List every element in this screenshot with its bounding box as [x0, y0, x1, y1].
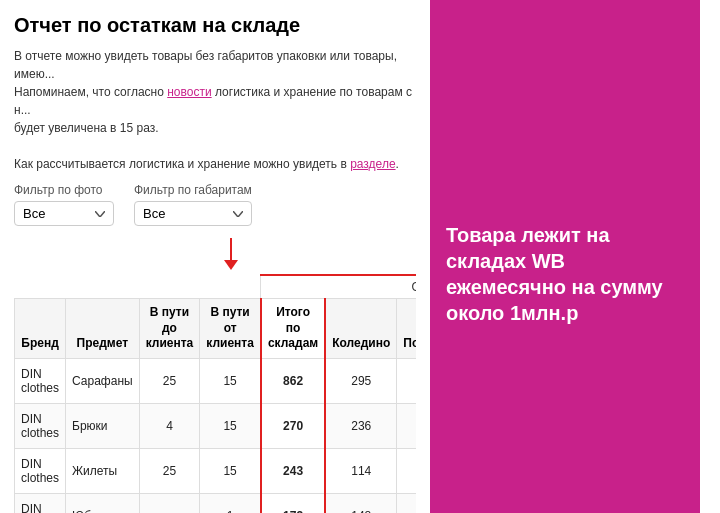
col-item: Предмет	[66, 299, 140, 359]
table-cell: 25	[139, 448, 200, 493]
table-cell: Юбки	[66, 493, 140, 513]
inventory-table: Остатки, доступные для заказа Бренд Пред…	[14, 274, 416, 513]
col-to-client: В пути до клиента	[139, 299, 200, 359]
filters-row: Фильтр по фото Все Фильтр по габаритам В…	[14, 183, 416, 226]
table-cell: 114	[325, 448, 397, 493]
page-title: Отчет по остаткам на складе	[14, 14, 416, 37]
table-cell: DIN clothes	[15, 403, 66, 448]
table-cell: 295	[325, 358, 397, 403]
table-cell: DIN clothes	[15, 358, 66, 403]
highlight-arrow	[14, 238, 416, 274]
table-cell	[139, 493, 200, 513]
table-cell: 270	[261, 403, 325, 448]
news-link[interactable]: новости	[167, 85, 211, 99]
column-headers: Бренд Предмет В пути до клиента В пути о…	[15, 299, 417, 359]
col-podolsk: Подольск	[397, 299, 416, 359]
table-cell: 173	[261, 493, 325, 513]
photo-filter-group: Фильтр по фото Все	[14, 183, 114, 226]
section-link[interactable]: разделе	[350, 157, 395, 171]
description-text: В отчете можно увидеть товары без габари…	[14, 47, 416, 173]
empty-group-cell	[15, 275, 261, 299]
table-cell: 1	[200, 493, 261, 513]
table-cell: DIN clothes	[15, 493, 66, 513]
table-cell: 243	[261, 448, 325, 493]
col-koledino: Коледино	[325, 299, 397, 359]
table-cell: 148	[325, 493, 397, 513]
table-cell: Брюки	[66, 403, 140, 448]
col-brand: Бренд	[15, 299, 66, 359]
table-cell	[397, 448, 416, 493]
table-row: DIN clothesЮбки1173148111	[15, 493, 417, 513]
size-filter-group: Фильтр по габаритам Все	[134, 183, 252, 226]
promo-text: Товара лежит на складах WB ежемесячно на…	[446, 222, 684, 326]
table-cell: 4	[139, 403, 200, 448]
group-label: Остатки, доступные для заказа	[261, 275, 416, 299]
table-cell: 862	[261, 358, 325, 403]
table-cell: 1	[397, 403, 416, 448]
inventory-table-wrapper: Остатки, доступные для заказа Бренд Пред…	[14, 274, 416, 513]
table-row: DIN clothesЖилеты2515243114458273	[15, 448, 417, 493]
table-cell: 15	[200, 358, 261, 403]
table-body: DIN clothesСарафаны25158622952001409411D…	[15, 358, 417, 513]
group-header-row: Остатки, доступные для заказа	[15, 275, 417, 299]
table-row: DIN clothesБрюки415270236151551	[15, 403, 417, 448]
table-cell: 25	[139, 358, 200, 403]
table-row: DIN clothesСарафаны25158622952001409411	[15, 358, 417, 403]
table-cell: DIN clothes	[15, 448, 66, 493]
table-cell: 1	[397, 493, 416, 513]
table-cell: Сарафаны	[66, 358, 140, 403]
table-cell: 236	[325, 403, 397, 448]
size-filter-select[interactable]: Все	[134, 201, 252, 226]
col-total: Итого по складам	[261, 299, 325, 359]
table-cell	[397, 358, 416, 403]
table-cell: 15	[200, 448, 261, 493]
promo-banner: Товара лежит на складах WB ежемесячно на…	[430, 0, 700, 513]
photo-filter-label: Фильтр по фото	[14, 183, 114, 197]
table-cell: 15	[200, 403, 261, 448]
table-cell: Жилеты	[66, 448, 140, 493]
photo-filter-select[interactable]: Все	[14, 201, 114, 226]
col-from-client: В пути от клиента	[200, 299, 261, 359]
size-filter-label: Фильтр по габаритам	[134, 183, 252, 197]
